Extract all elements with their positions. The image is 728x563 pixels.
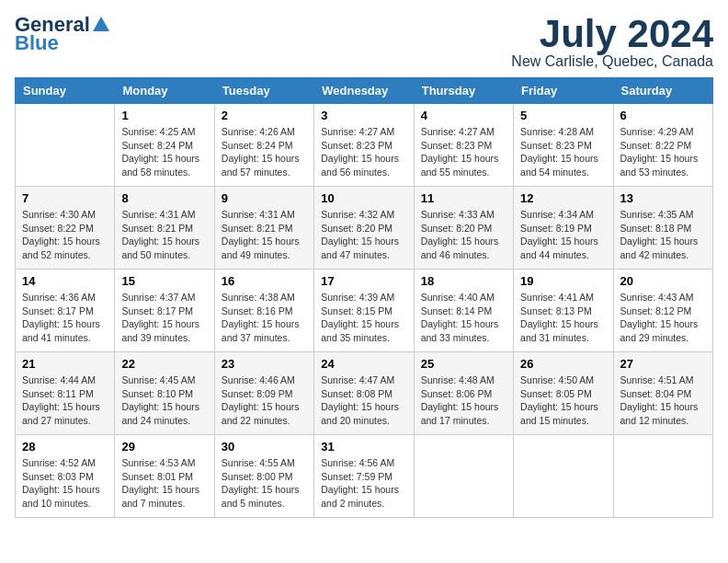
weekday-header: Thursday: [414, 78, 513, 104]
logo-blue: Blue: [15, 31, 59, 55]
day-number: 2: [222, 109, 307, 122]
calendar-cell: 26Sunrise: 4:50 AM Sunset: 8:05 PM Dayli…: [514, 352, 613, 435]
day-number: 20: [620, 274, 706, 288]
day-number: 27: [620, 357, 706, 371]
calendar-cell: 23Sunrise: 4:46 AM Sunset: 8:09 PM Dayli…: [214, 352, 313, 435]
calendar-cell: 22Sunrise: 4:45 AM Sunset: 8:10 PM Dayli…: [115, 352, 214, 435]
day-number: 25: [421, 357, 506, 371]
calendar-week-row: 28Sunrise: 4:52 AM Sunset: 8:03 PM Dayli…: [16, 435, 713, 518]
day-info: Sunrise: 4:44 AM Sunset: 8:11 PM Dayligh…: [22, 373, 108, 428]
calendar-cell: 18Sunrise: 4:40 AM Sunset: 8:14 PM Dayli…: [414, 270, 513, 352]
day-info: Sunrise: 4:41 AM Sunset: 8:13 PM Dayligh…: [520, 291, 606, 345]
day-info: Sunrise: 4:55 AM Sunset: 8:00 PM Dayligh…: [222, 456, 307, 511]
day-number: 22: [121, 357, 207, 371]
day-number: 21: [22, 357, 108, 371]
day-number: 28: [22, 440, 108, 454]
calendar-cell: 10Sunrise: 4:32 AM Sunset: 8:20 PM Dayli…: [314, 187, 414, 270]
calendar-cell: 5Sunrise: 4:28 AM Sunset: 8:23 PM Daylig…: [514, 104, 613, 187]
day-info: Sunrise: 4:45 AM Sunset: 8:10 PM Dayligh…: [121, 373, 207, 428]
calendar-cell: 24Sunrise: 4:47 AM Sunset: 8:08 PM Dayli…: [314, 352, 414, 435]
page-header: General Blue July 2024 New Carlisle, Que…: [15, 15, 713, 70]
day-number: 29: [121, 440, 207, 454]
calendar-cell: 31Sunrise: 4:56 AM Sunset: 7:59 PM Dayli…: [314, 435, 414, 518]
calendar-week-row: 14Sunrise: 4:36 AM Sunset: 8:17 PM Dayli…: [16, 270, 713, 352]
calendar-cell: 19Sunrise: 4:41 AM Sunset: 8:13 PM Dayli…: [514, 270, 613, 352]
day-info: Sunrise: 4:43 AM Sunset: 8:12 PM Dayligh…: [620, 291, 706, 345]
day-number: 8: [121, 191, 207, 205]
calendar-table: SundayMondayTuesdayWednesdayThursdayFrid…: [15, 77, 713, 518]
day-number: 15: [121, 274, 207, 288]
day-number: 26: [520, 357, 606, 371]
day-number: 7: [22, 191, 108, 205]
day-info: Sunrise: 4:53 AM Sunset: 8:01 PM Dayligh…: [121, 456, 207, 511]
calendar-cell: 15Sunrise: 4:37 AM Sunset: 8:17 PM Dayli…: [115, 270, 214, 352]
day-number: 16: [222, 274, 307, 288]
calendar-cell: 30Sunrise: 4:55 AM Sunset: 8:00 PM Dayli…: [214, 435, 313, 518]
calendar-cell: 4Sunrise: 4:27 AM Sunset: 8:23 PM Daylig…: [414, 104, 513, 187]
day-number: 9: [222, 191, 307, 205]
day-number: 17: [321, 274, 406, 288]
calendar-cell: 11Sunrise: 4:33 AM Sunset: 8:20 PM Dayli…: [414, 187, 513, 270]
calendar-week-row: 1Sunrise: 4:25 AM Sunset: 8:24 PM Daylig…: [16, 104, 713, 187]
day-info: Sunrise: 4:30 AM Sunset: 8:22 PM Dayligh…: [22, 208, 108, 262]
day-info: Sunrise: 4:47 AM Sunset: 8:08 PM Dayligh…: [321, 373, 406, 428]
day-info: Sunrise: 4:31 AM Sunset: 8:21 PM Dayligh…: [222, 208, 307, 262]
day-info: Sunrise: 4:39 AM Sunset: 8:15 PM Dayligh…: [321, 291, 406, 345]
day-info: Sunrise: 4:51 AM Sunset: 8:04 PM Dayligh…: [620, 373, 706, 428]
day-info: Sunrise: 4:48 AM Sunset: 8:06 PM Dayligh…: [421, 373, 506, 428]
day-number: 1: [121, 109, 207, 122]
weekday-header: Saturday: [613, 78, 712, 104]
calendar-cell: [613, 435, 712, 518]
title-block: July 2024 New Carlisle, Quebec, Canada: [511, 15, 713, 70]
day-info: Sunrise: 4:29 AM Sunset: 8:22 PM Dayligh…: [620, 125, 706, 179]
calendar-cell: [514, 435, 613, 518]
calendar-cell: 6Sunrise: 4:29 AM Sunset: 8:22 PM Daylig…: [613, 104, 712, 187]
day-info: Sunrise: 4:36 AM Sunset: 8:17 PM Dayligh…: [22, 291, 108, 345]
calendar-cell: 8Sunrise: 4:31 AM Sunset: 8:21 PM Daylig…: [115, 187, 214, 270]
calendar-cell: 2Sunrise: 4:26 AM Sunset: 8:24 PM Daylig…: [214, 104, 313, 187]
calendar-cell: 17Sunrise: 4:39 AM Sunset: 8:15 PM Dayli…: [314, 270, 414, 352]
calendar-week-row: 21Sunrise: 4:44 AM Sunset: 8:11 PM Dayli…: [16, 352, 713, 435]
day-info: Sunrise: 4:25 AM Sunset: 8:24 PM Dayligh…: [121, 125, 207, 179]
day-info: Sunrise: 4:50 AM Sunset: 8:05 PM Dayligh…: [520, 373, 606, 428]
day-info: Sunrise: 4:35 AM Sunset: 8:18 PM Dayligh…: [620, 208, 706, 262]
logo: General Blue: [15, 15, 112, 55]
calendar-cell: 7Sunrise: 4:30 AM Sunset: 8:22 PM Daylig…: [16, 187, 115, 270]
calendar-cell: 29Sunrise: 4:53 AM Sunset: 8:01 PM Dayli…: [115, 435, 214, 518]
day-info: Sunrise: 4:28 AM Sunset: 8:23 PM Dayligh…: [520, 125, 606, 179]
day-info: Sunrise: 4:34 AM Sunset: 8:19 PM Dayligh…: [520, 208, 606, 262]
calendar-cell: 13Sunrise: 4:35 AM Sunset: 8:18 PM Dayli…: [613, 187, 712, 270]
calendar-cell: 28Sunrise: 4:52 AM Sunset: 8:03 PM Dayli…: [16, 435, 115, 518]
calendar-cell: 27Sunrise: 4:51 AM Sunset: 8:04 PM Dayli…: [613, 352, 712, 435]
weekday-header: Wednesday: [314, 78, 414, 104]
day-number: 13: [620, 191, 706, 205]
weekday-header: Sunday: [16, 78, 115, 104]
calendar-cell: 12Sunrise: 4:34 AM Sunset: 8:19 PM Dayli…: [514, 187, 613, 270]
day-info: Sunrise: 4:33 AM Sunset: 8:20 PM Dayligh…: [421, 208, 506, 262]
day-number: 14: [22, 274, 108, 288]
weekday-header: Monday: [115, 78, 214, 104]
calendar-cell: 3Sunrise: 4:27 AM Sunset: 8:23 PM Daylig…: [314, 104, 414, 187]
day-number: 31: [321, 440, 406, 454]
calendar-cell: 16Sunrise: 4:38 AM Sunset: 8:16 PM Dayli…: [214, 270, 313, 352]
day-info: Sunrise: 4:26 AM Sunset: 8:24 PM Dayligh…: [222, 125, 307, 179]
calendar-cell: [16, 104, 115, 187]
calendar-cell: [414, 435, 513, 518]
day-info: Sunrise: 4:31 AM Sunset: 8:21 PM Dayligh…: [121, 208, 207, 262]
location-title: New Carlisle, Quebec, Canada: [511, 53, 713, 70]
day-number: 18: [421, 274, 506, 288]
day-number: 30: [222, 440, 307, 454]
calendar-cell: 20Sunrise: 4:43 AM Sunset: 8:12 PM Dayli…: [613, 270, 712, 352]
day-number: 12: [520, 191, 606, 205]
day-number: 4: [421, 109, 506, 122]
weekday-header-row: SundayMondayTuesdayWednesdayThursdayFrid…: [16, 78, 713, 104]
day-number: 24: [321, 357, 406, 371]
weekday-header: Friday: [514, 78, 613, 104]
weekday-header: Tuesday: [214, 78, 313, 104]
day-info: Sunrise: 4:37 AM Sunset: 8:17 PM Dayligh…: [121, 291, 207, 345]
day-info: Sunrise: 4:27 AM Sunset: 8:23 PM Dayligh…: [321, 125, 406, 179]
calendar-cell: 14Sunrise: 4:36 AM Sunset: 8:17 PM Dayli…: [16, 270, 115, 352]
calendar-cell: 1Sunrise: 4:25 AM Sunset: 8:24 PM Daylig…: [115, 104, 214, 187]
day-info: Sunrise: 4:32 AM Sunset: 8:20 PM Dayligh…: [321, 208, 406, 262]
day-info: Sunrise: 4:40 AM Sunset: 8:14 PM Dayligh…: [421, 291, 506, 345]
